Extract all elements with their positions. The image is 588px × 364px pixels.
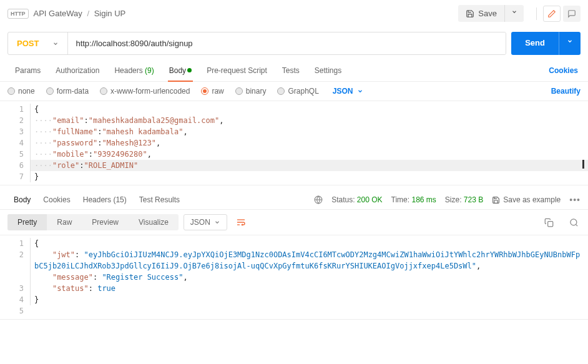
wrap-lines-button[interactable] (232, 214, 250, 231)
tab-tests[interactable]: Tests (275, 60, 307, 81)
response-body-viewer[interactable]: 1 2 3 4 5 { "jwt": "eyJhbGciOiJIUzM4NCJ9… (0, 235, 588, 320)
code-area[interactable]: { ····"email":"maheshkadambala25@gmail.c… (30, 101, 588, 185)
save-dropdown[interactable] (504, 5, 524, 22)
save-icon (466, 9, 474, 18)
send-dropdown[interactable] (559, 32, 581, 55)
edit-button[interactable] (543, 6, 561, 22)
response-meta: Status: 200 OK Time: 186 ms Size: 723 B … (314, 195, 581, 205)
svg-line-6 (576, 224, 577, 226)
breadcrumb-sep: / (87, 9, 89, 18)
beautify-link[interactable]: Beautify (551, 87, 581, 96)
request-body-editor[interactable]: 1 2 3 4 5 6 7 { ····"email":"maheshkadam… (0, 101, 588, 185)
more-button[interactable]: ••• (569, 195, 581, 205)
chevron-down-icon (52, 41, 59, 47)
request-url-row: POST Send (0, 27, 588, 60)
response-view-tabs: Pretty Raw Preview Visualize (7, 214, 179, 230)
modified-dot (187, 68, 192, 72)
tab-authorization[interactable]: Authorization (48, 60, 107, 81)
subtab-preview[interactable]: Preview (82, 214, 129, 230)
subtab-raw[interactable]: Raw (47, 214, 82, 230)
tab-body[interactable]: Body (162, 60, 199, 81)
response-subbar: Pretty Raw Preview Visualize JSON (0, 210, 588, 235)
url-box: POST (7, 32, 506, 55)
cookies-link[interactable]: Cookies (546, 60, 581, 81)
send-button[interactable]: Send (511, 32, 559, 55)
tab-prerequest[interactable]: Pre-request Script (199, 60, 275, 81)
comment-icon (567, 9, 576, 18)
svg-point-5 (570, 219, 576, 225)
method-select[interactable]: POST (8, 32, 68, 54)
save-button[interactable]: Save (458, 5, 504, 22)
wrap-icon (236, 217, 246, 227)
code-area: { "jwt": "eyJhbGciOiJIUzM4NCJ9.eyJpYXQiO… (30, 235, 588, 319)
globe-icon[interactable] (314, 195, 323, 204)
response-tab-test-results[interactable]: Test Results (133, 190, 186, 209)
breadcrumb-page[interactable]: Sigin UP (94, 9, 126, 18)
response-tab-body[interactable]: Body (7, 190, 37, 209)
gutter: 1 2 3 4 5 6 7 (0, 101, 30, 185)
response-tabs: Body Cookies Headers (15) Test Results S… (0, 185, 588, 210)
chevron-down-icon (214, 219, 220, 225)
http-badge: HTTP (7, 9, 29, 19)
method-label: POST (17, 39, 39, 48)
save-as-example-button[interactable]: Save as example (492, 195, 561, 204)
save-icon (492, 196, 500, 204)
request-tabs: Params Authorization Headers (9) Body Pr… (0, 60, 588, 82)
breadcrumb: API GateWay / Sigin UP (34, 9, 459, 18)
header: HTTP API GateWay / Sigin UP Save (0, 0, 588, 27)
svg-rect-4 (547, 221, 552, 226)
raw-type-dropdown[interactable]: JSON (333, 87, 363, 96)
tab-params[interactable]: Params (7, 60, 48, 81)
url-input[interactable] (68, 32, 506, 54)
radio-graphql[interactable]: GraphQL (277, 87, 318, 96)
response-actions (542, 215, 581, 229)
breadcrumb-app[interactable]: API GateWay (34, 9, 82, 18)
chevron-down-icon (357, 88, 363, 94)
copy-response-button[interactable] (542, 215, 556, 229)
subtab-pretty[interactable]: Pretty (7, 214, 47, 230)
radio-xwww[interactable]: x-www-form-urlencoded (100, 87, 190, 96)
copy-icon (544, 218, 554, 227)
radio-binary[interactable]: binary (235, 87, 267, 96)
tab-settings[interactable]: Settings (307, 60, 349, 81)
send-button-group: Send (511, 32, 581, 55)
subtab-visualize[interactable]: Visualize (129, 214, 179, 230)
gutter: 1 2 3 4 5 (0, 235, 30, 319)
pencil-icon (547, 9, 556, 18)
chevron-down-icon (567, 38, 573, 44)
cursor-indicator (582, 160, 584, 169)
radio-form-data[interactable]: form-data (46, 87, 89, 96)
save-button-group: Save (458, 5, 524, 22)
status-meta: Status: 200 OK (331, 195, 382, 204)
response-tab-headers[interactable]: Headers (15) (77, 190, 133, 209)
search-icon (569, 218, 579, 227)
header-actions: Save (458, 5, 581, 22)
comment-button[interactable] (563, 6, 581, 22)
chevron-down-icon (511, 9, 517, 15)
time-meta: Time: 186 ms (391, 195, 436, 204)
radio-raw[interactable]: raw (201, 87, 223, 96)
radio-none[interactable]: none (7, 87, 35, 96)
size-meta: Size: 723 B (445, 195, 483, 204)
divider (536, 7, 537, 20)
save-label: Save (478, 9, 497, 18)
response-tab-cookies[interactable]: Cookies (37, 190, 76, 209)
body-type-row: none form-data x-www-form-urlencoded raw… (0, 82, 588, 101)
tab-headers[interactable]: Headers (9) (107, 60, 161, 81)
search-response-button[interactable] (567, 215, 581, 229)
response-format-dropdown[interactable]: JSON (184, 214, 227, 230)
